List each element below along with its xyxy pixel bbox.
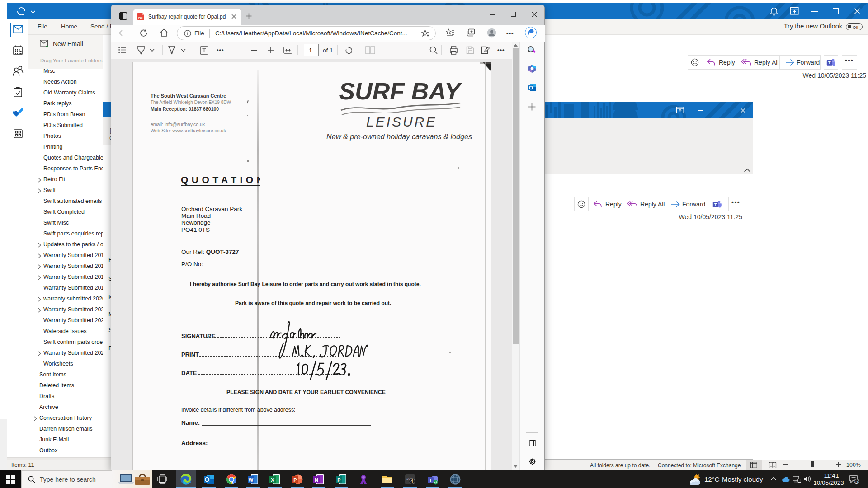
svg-text:T: T xyxy=(714,202,717,207)
svg-text:21: 21 xyxy=(854,480,859,484)
svg-text:X: X xyxy=(271,477,274,483)
svg-text:W: W xyxy=(249,477,254,483)
svg-text:N: N xyxy=(315,477,318,483)
svg-text:T: T xyxy=(828,61,831,65)
svg-text:PDF: PDF xyxy=(138,16,144,19)
svg-text:P: P xyxy=(337,477,340,483)
svg-text:T: T xyxy=(429,478,432,483)
svg-text:4: 4 xyxy=(410,479,413,484)
svg-text:P: P xyxy=(293,477,297,483)
